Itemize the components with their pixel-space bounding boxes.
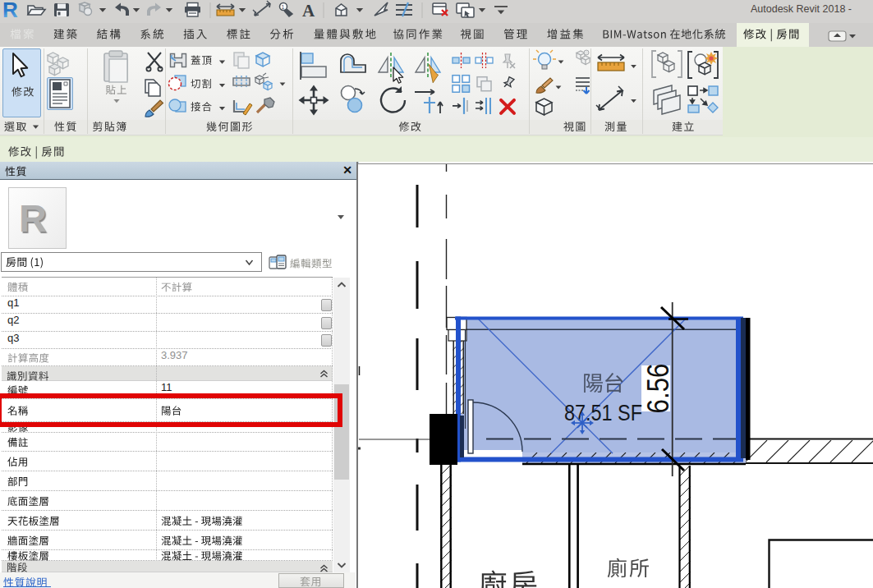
svg-text:87.51 SF: 87.51 SF — [564, 401, 642, 425]
svg-text:6.56: 6.56 — [641, 364, 675, 414]
